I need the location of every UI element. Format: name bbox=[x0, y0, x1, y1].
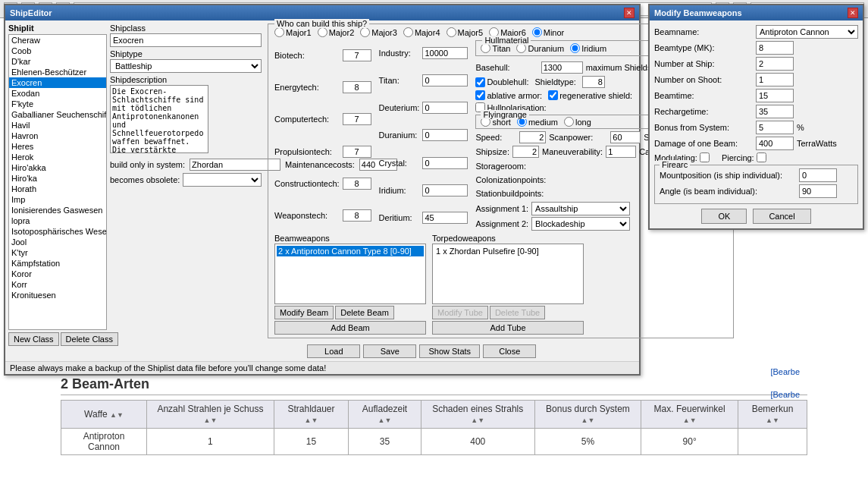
close-button[interactable]: Close bbox=[483, 344, 536, 358]
col-aufladezeit[interactable]: Aufladezeit ▲▼ bbox=[349, 401, 421, 429]
industry-input[interactable] bbox=[422, 47, 468, 59]
bearbeiten-link-2[interactable]: [Bearbe bbox=[770, 390, 800, 399]
num-at-ship-input[interactable] bbox=[756, 57, 794, 71]
shipsize-input[interactable] bbox=[512, 146, 539, 158]
speed-input[interactable] bbox=[519, 131, 546, 143]
modulating-checkbox[interactable] bbox=[700, 152, 710, 162]
list-item-hiroka[interactable]: Hiro'ka bbox=[9, 173, 106, 184]
beam-entry[interactable]: 2 x Antiproton Cannon Type 8 [0-90] bbox=[277, 246, 424, 256]
deritium-input[interactable] bbox=[422, 212, 468, 224]
energytech-input[interactable] bbox=[343, 81, 371, 93]
list-item-koror[interactable]: Koror bbox=[9, 269, 106, 279]
list-item-isotop[interactable]: Isotoposphärisches Wesen bbox=[9, 226, 106, 237]
list-item-havron[interactable]: Havron bbox=[9, 130, 106, 141]
list-item-lopra[interactable]: lopra bbox=[9, 215, 106, 226]
radio-major2[interactable]: Major2 bbox=[318, 27, 355, 37]
col-anzahl[interactable]: Anzahl Strahlen je Schuss ▲▼ bbox=[147, 401, 274, 429]
assignment1-select[interactable]: Assaultship bbox=[531, 202, 630, 215]
radio-long[interactable]: long bbox=[564, 117, 591, 127]
new-class-button[interactable]: New Class bbox=[8, 332, 59, 346]
assignment2-select[interactable]: Blockadeship bbox=[531, 217, 630, 231]
beamtype-input[interactable] bbox=[756, 41, 794, 55]
mountpos-input[interactable] bbox=[799, 168, 837, 182]
save-button[interactable]: Save bbox=[363, 344, 416, 358]
list-item-ehlenen[interactable]: Ehlenen-Beschützer bbox=[9, 67, 106, 77]
col-waffe[interactable]: Waffe ▲▼ bbox=[61, 401, 147, 429]
list-item-herok[interactable]: Herok bbox=[9, 152, 106, 162]
list-item-coob[interactable]: Coob bbox=[9, 46, 106, 56]
piercing-check[interactable]: Piercing: bbox=[722, 152, 766, 162]
delete-tube-button[interactable]: Delete Tube bbox=[490, 306, 545, 319]
shieldtype-input[interactable] bbox=[582, 76, 605, 88]
col-strahldauer[interactable]: Strahldauer ▲▼ bbox=[274, 401, 348, 429]
beamname-select[interactable]: Antiproton Cannon bbox=[756, 25, 858, 39]
bonus-system-input[interactable] bbox=[756, 121, 794, 134]
ablative-check[interactable]: ablative armor: bbox=[475, 90, 542, 100]
rechargetime-input[interactable] bbox=[756, 105, 794, 118]
delete-beam-button[interactable]: Delete Beam bbox=[335, 306, 394, 319]
list-item-havil[interactable]: Havil bbox=[9, 120, 106, 130]
ok-button[interactable]: OK bbox=[701, 209, 747, 224]
crystal-input[interactable] bbox=[422, 157, 468, 169]
shipclass-input[interactable] bbox=[110, 33, 262, 47]
add-tube-button[interactable]: Add Tube bbox=[432, 321, 584, 335]
list-item-korr[interactable]: Korr bbox=[9, 279, 106, 290]
torpedo-entry[interactable]: 1 x Zhordan Pulsefire [0-90] bbox=[434, 246, 581, 256]
list-item-dkar[interactable]: D'kar bbox=[9, 56, 106, 67]
computertech-input[interactable] bbox=[343, 113, 371, 125]
list-item-imp[interactable]: Imp bbox=[9, 194, 106, 205]
list-item-kampfstation[interactable]: Kämpfstation bbox=[9, 258, 106, 269]
maneuverability-input[interactable] bbox=[606, 146, 636, 158]
weaponstech-input[interactable] bbox=[343, 209, 371, 222]
modify-tube-button[interactable]: Modify Tube bbox=[432, 306, 488, 319]
col-feuerwinkel[interactable]: Max. Feuerwinkel ▲▼ bbox=[641, 401, 738, 429]
col-schaden[interactable]: Schaden eines Strahls ▲▼ bbox=[421, 401, 534, 429]
list-item-exodan[interactable]: Exodan bbox=[9, 88, 106, 99]
list-item-hiroakka[interactable]: Hiro'akka bbox=[9, 162, 106, 173]
list-item-cheraw[interactable]: Cheraw bbox=[9, 35, 106, 46]
propulsiontech-input[interactable] bbox=[343, 146, 371, 158]
radio-major1[interactable]: Major1 bbox=[274, 27, 312, 37]
deuterium-input[interactable] bbox=[422, 102, 468, 114]
beamtime-input[interactable] bbox=[756, 89, 794, 102]
radio-minor[interactable]: Minor bbox=[532, 27, 565, 37]
list-item-heres[interactable]: Heres bbox=[9, 141, 106, 152]
col-bemerkung[interactable]: Bemerkun ▲▼ bbox=[738, 401, 807, 429]
duranium-input[interactable] bbox=[422, 129, 468, 141]
beam-dialog-close-button[interactable]: ✕ bbox=[848, 8, 858, 18]
iridium-input[interactable] bbox=[422, 184, 468, 196]
list-item-gaballianer[interactable]: Gaballianer Seuchenschiff bbox=[9, 109, 106, 120]
piercing-checkbox[interactable] bbox=[757, 152, 766, 162]
ship-editor-close-button[interactable]: ✕ bbox=[624, 8, 635, 18]
list-item-fkyte[interactable]: F'kyte bbox=[9, 99, 106, 109]
doublehull-check[interactable]: Doublehull: bbox=[475, 77, 528, 87]
shipdesc-textarea[interactable]: Die Exocren-Schlachtschiffe sind mit töd… bbox=[110, 85, 208, 153]
radio-major5[interactable]: Major5 bbox=[447, 27, 484, 37]
radio-major3[interactable]: Major3 bbox=[360, 27, 397, 37]
radio-iridium[interactable]: Iridium bbox=[570, 43, 606, 53]
regen-check[interactable]: regenerative shield: bbox=[548, 90, 632, 100]
shiplist-box[interactable]: Cheraw Coob D'kar Ehlenen-Beschützer Exo… bbox=[8, 34, 107, 330]
radio-major4[interactable]: Major4 bbox=[403, 27, 440, 37]
modify-beam-button[interactable]: Modify Beam bbox=[274, 306, 334, 319]
list-item-exocren[interactable]: Exocren bbox=[9, 77, 106, 88]
list-item-ionisierendes[interactable]: Ionisierendes Gaswesen bbox=[9, 205, 106, 215]
shiptype-select[interactable]: Battleship bbox=[110, 59, 262, 73]
constructiontech-input[interactable] bbox=[343, 178, 371, 190]
cancel-button[interactable]: Cancel bbox=[753, 209, 810, 224]
list-item-horath[interactable]: Horath bbox=[9, 184, 106, 194]
beamweapons-list[interactable]: 2 x Antiproton Cannon Type 8 [0-90] bbox=[274, 244, 426, 304]
list-item-jool[interactable]: Jool bbox=[9, 237, 106, 247]
list-item-ktyr[interactable]: K'tyr bbox=[9, 247, 106, 258]
scanpower-input[interactable] bbox=[610, 131, 641, 143]
col-bonus[interactable]: Bonus durch System ▲▼ bbox=[534, 401, 641, 429]
angle-input[interactable] bbox=[799, 184, 837, 198]
obsolete-select[interactable] bbox=[183, 173, 262, 187]
show-stats-button[interactable]: Show Stats bbox=[419, 344, 480, 358]
titan-input[interactable] bbox=[422, 74, 468, 86]
num-on-shoot-input[interactable] bbox=[756, 73, 794, 86]
torpedoweapons-list[interactable]: 1 x Zhordan Pulsefire [0-90] bbox=[432, 244, 584, 304]
biotech-input[interactable] bbox=[343, 49, 371, 61]
damage-input[interactable] bbox=[756, 137, 794, 150]
add-beam-button[interactable]: Add Beam bbox=[274, 321, 426, 335]
